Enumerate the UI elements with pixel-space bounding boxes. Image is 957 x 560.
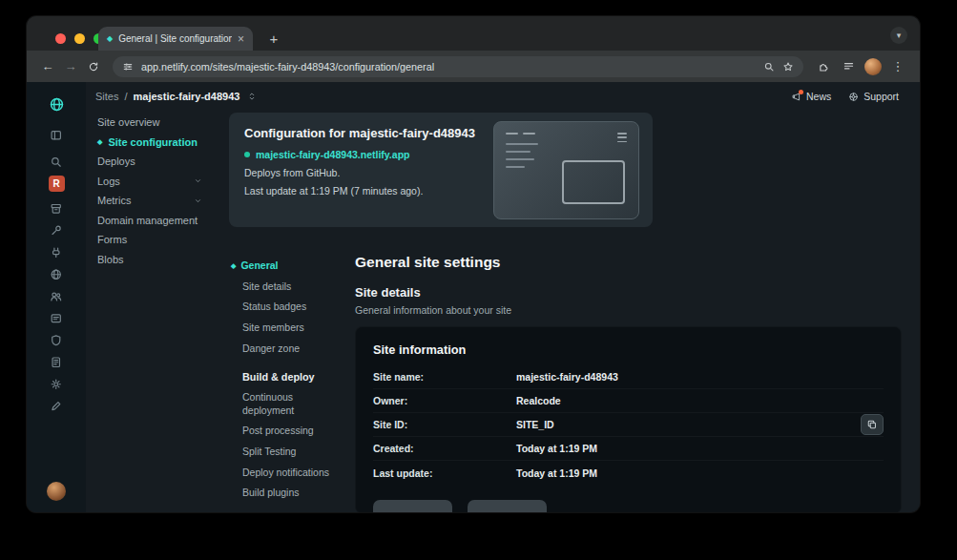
members-users-icon[interactable] — [50, 289, 63, 303]
deploy-box-icon[interactable] — [50, 201, 63, 216]
tab-close-icon[interactable]: × — [238, 32, 244, 46]
sidebar-item-deploys[interactable]: Deploys — [97, 152, 219, 172]
info-row-value: Today at 1:19 PM — [516, 443, 597, 454]
sidebar-item-logs[interactable]: Logs — [97, 172, 219, 192]
forms-card-icon[interactable] — [50, 311, 63, 325]
sidebar-item-blobs[interactable]: Blobs — [97, 250, 219, 270]
icon-rail: R — [27, 82, 86, 512]
rail-top-group — [50, 122, 63, 176]
panels-icon[interactable] — [50, 122, 63, 149]
browser-menu-button[interactable]: ⋮ — [885, 59, 910, 73]
new-tab-button[interactable]: + — [265, 31, 282, 47]
cutoff-button[interactable] — [373, 500, 452, 512]
url-text[interactable]: app.netlify.com/sites/majestic-fairy-d48… — [141, 61, 756, 73]
section-title: Site details — [355, 285, 902, 300]
lifebuoy-icon — [848, 92, 859, 102]
address-bar[interactable]: app.netlify.com/sites/majestic-fairy-d48… — [113, 56, 803, 77]
chevron-down-icon — [194, 176, 202, 185]
reload-button[interactable] — [82, 61, 105, 73]
edit-pencil-icon[interactable] — [50, 399, 63, 413]
security-shield-icon[interactable] — [50, 333, 63, 347]
minimize-window-button[interactable] — [74, 33, 85, 44]
news-button[interactable]: News — [791, 91, 831, 102]
browser-tab[interactable]: ◆ General | Site configuration | × — [98, 27, 253, 51]
close-window-button[interactable] — [55, 33, 66, 44]
info-row-site-id: Site ID:SITE_ID — [373, 413, 884, 437]
info-row-value: majestic-fairy-d48943 — [516, 371, 618, 383]
settings-subnav: ◆GeneralSite detailsStatus badgesSite me… — [229, 254, 351, 512]
sidebar-item-domain-management[interactable]: Domain management — [97, 211, 219, 231]
domain-globe-icon[interactable] — [50, 267, 63, 281]
audit-doc-icon[interactable] — [50, 355, 63, 369]
sidebar-item-forms[interactable]: Forms — [97, 230, 219, 250]
breadcrumb-separator: / — [124, 91, 127, 102]
sidebar-item-label: Forms — [97, 234, 127, 245]
subnav-header-build-deploy: Build & deploy — [229, 359, 351, 387]
subnav-item-status-badges[interactable]: Status badges — [229, 297, 351, 318]
header-actions: News Support — [791, 91, 899, 102]
info-row-label: Created: — [373, 443, 516, 454]
content-area: Configuration for majestic-fairy-d48943 … — [227, 111, 920, 512]
megaphone-icon — [791, 92, 801, 102]
breadcrumb-site-name[interactable]: majestic-fairy-d48943 — [134, 91, 240, 102]
netlify-app: R Sites / majestic-fairy-d48943 News Sup… — [27, 82, 920, 512]
build-wrench-icon[interactable] — [50, 223, 63, 238]
sidebar-item-metrics[interactable]: Metrics — [97, 191, 219, 211]
tab-strip: ◆ General | Site configuration | × + ▾ — [27, 16, 920, 51]
subnav-item-split-testing[interactable]: Split Testing — [229, 442, 351, 463]
bookmark-star-icon[interactable] — [782, 61, 794, 73]
tab-title: General | Site configuration | — [118, 33, 232, 44]
team-badge[interactable]: R — [49, 176, 65, 192]
support-button[interactable]: Support — [848, 91, 899, 102]
settings-gear-icon[interactable] — [50, 377, 63, 391]
subnav-item-danger-zone[interactable]: Danger zone — [229, 339, 351, 360]
netlify-favicon-icon: ◆ — [107, 34, 113, 43]
info-row-value: Realcode — [516, 395, 561, 406]
copy-site-id-button[interactable] — [861, 414, 884, 435]
forward-button[interactable]: → — [59, 59, 82, 73]
tab-search-button[interactable]: ▾ — [890, 27, 907, 44]
subnav-item-continuous-deployment[interactable]: Continuous deployment — [229, 387, 351, 421]
settings-layout: ◆GeneralSite detailsStatus badgesSite me… — [229, 254, 902, 512]
site-url-text: majestic-fairy-d48943.netlify.app — [256, 149, 409, 160]
active-diamond-icon: ◆ — [97, 138, 102, 146]
subnav-item-label: General — [240, 259, 278, 273]
integration-plug-icon[interactable] — [50, 245, 63, 259]
rail-mid-group — [50, 201, 63, 413]
sidebar-item-site-overview[interactable]: Site overview — [97, 113, 219, 133]
sidebar-item-site-configuration[interactable]: ◆Site configuration — [97, 133, 219, 153]
subnav-item-build-plugins[interactable]: Build plugins — [229, 483, 351, 504]
info-row-value: SITE_ID — [516, 419, 554, 430]
breadcrumb-sites[interactable]: Sites — [95, 91, 118, 102]
config-illustration — [493, 121, 639, 219]
browser-toolbar: ← → app.netlify.com/sites/majestic-fairy… — [27, 51, 920, 82]
info-row-owner: Owner:Realcode — [373, 389, 884, 413]
back-button[interactable]: ← — [36, 59, 59, 73]
reading-list-icon[interactable] — [836, 60, 861, 73]
site-switcher-icon[interactable] — [247, 92, 257, 101]
app-main: Sites / majestic-fairy-d48943 News Suppo… — [86, 82, 920, 512]
info-row-site-name: Site name:majestic-fairy-d48943 — [373, 365, 884, 389]
extensions-icon[interactable] — [811, 60, 836, 73]
subnav-item-post-processing[interactable]: Post processing — [229, 421, 351, 442]
zoom-icon[interactable] — [763, 61, 775, 73]
user-avatar[interactable] — [47, 482, 66, 501]
subnav-item-site-members[interactable]: Site members — [229, 318, 351, 339]
sidebar-item-label: Blobs — [97, 254, 124, 265]
traffic-lights — [55, 33, 104, 44]
subnav-item-site-details[interactable]: Site details — [229, 277, 351, 298]
cutoff-button[interactable] — [468, 500, 547, 512]
sidebar-item-label: Site overview — [97, 116, 159, 128]
site-info-icon[interactable] — [122, 61, 134, 73]
netlify-logo-icon[interactable] — [49, 95, 65, 113]
status-dot-icon — [244, 152, 250, 157]
app-body: Site overview◆Site configurationDeploysL… — [86, 111, 920, 512]
subnav-header-environment-variables: Environment variables — [229, 504, 351, 512]
support-label: Support — [863, 91, 899, 102]
subnav-item-deploy-notifications[interactable]: Deploy notifications — [229, 463, 351, 484]
search-icon[interactable] — [50, 149, 63, 176]
browser-profile-avatar[interactable] — [864, 58, 882, 75]
subnav-item-general[interactable]: ◆General — [229, 256, 351, 277]
info-row-created: Created:Today at 1:19 PM — [373, 437, 884, 461]
sidebar-item-label: Logs — [97, 176, 120, 187]
